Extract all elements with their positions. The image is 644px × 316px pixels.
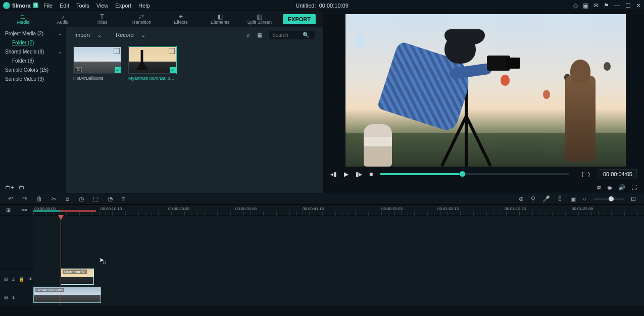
- preview-viewport[interactable]: [345, 14, 626, 167]
- close-icon[interactable]: ✕: [636, 2, 641, 9]
- mic-icon[interactable]: 🎤: [542, 195, 550, 202]
- tab-transition[interactable]: ⇄Transition: [125, 14, 158, 25]
- playback-controls: ◂▮ ▶ ▮▸ ■ { } 00:00:04:05: [323, 167, 644, 182]
- stop-button[interactable]: ■: [369, 171, 373, 178]
- eye-icon[interactable]: 👁: [28, 277, 33, 282]
- expand-icon[interactable]: ⊞: [6, 207, 11, 214]
- progress-handle[interactable]: [460, 171, 465, 177]
- render-icon[interactable]: ⊕: [519, 195, 524, 202]
- ruler-tick: 00:01:23:09: [572, 206, 593, 211]
- folder-icon: 🗀: [20, 14, 26, 20]
- tree-sample-video[interactable]: Sample Video (9): [0, 75, 66, 84]
- search-icon[interactable]: 🔍: [303, 32, 310, 38]
- tab-elements[interactable]: ◧Elements: [204, 14, 236, 25]
- volume-icon[interactable]: 🔊: [618, 184, 625, 191]
- tree-sample-colors[interactable]: Sample Colors (15): [0, 66, 66, 75]
- zoom-slider[interactable]: [593, 198, 624, 200]
- filter-icon[interactable]: ⌕: [246, 32, 250, 38]
- category-tabs: 🗀Media ♪Audio TTitles ⇄Transition ✦Effec…: [0, 11, 323, 27]
- document-title: Untitled: 00:00:10:09: [295, 3, 349, 9]
- new-folder-icon[interactable]: 🗀+: [5, 184, 14, 190]
- box-icon[interactable]: ▣: [570, 195, 576, 202]
- timeline-canvas[interactable]: 00:00:00:00 00:00:10:10 00:00:20:20 00:0…: [33, 205, 644, 306]
- menu-file[interactable]: File: [43, 3, 53, 9]
- main-menu: File Edit Tools View Export Help: [43, 3, 150, 9]
- tab-effects[interactable]: ✦Effects: [165, 14, 197, 25]
- mixer-icon[interactable]: 🎚: [557, 195, 563, 202]
- logo-icon: [3, 2, 10, 9]
- clock-icon[interactable]: ◔: [108, 195, 113, 202]
- version-badge: 9: [33, 3, 39, 8]
- cut-icon[interactable]: ✂: [52, 195, 57, 202]
- playhead[interactable]: [61, 216, 61, 306]
- track-header-1[interactable]: ⊞ 1: [0, 288, 33, 306]
- doc-timecode: 00:00:10:09: [319, 3, 349, 9]
- menu-help[interactable]: Help: [138, 3, 150, 9]
- menu-view[interactable]: View: [96, 3, 109, 9]
- zoom-fit-icon[interactable]: ⊡: [631, 195, 636, 202]
- user-icon[interactable]: ◇: [573, 2, 578, 9]
- track-area[interactable]: MyanmarHo HotAirBalloons ➤: [33, 216, 644, 306]
- marker-label: { }: [581, 171, 591, 177]
- color-icon[interactable]: ⬚: [93, 195, 98, 202]
- snapshot-icon[interactable]: ⧉: [597, 184, 601, 191]
- link-icon[interactable]: ⚯: [22, 207, 27, 214]
- tab-titles[interactable]: TTitles: [86, 14, 118, 25]
- thumbnail-image[interactable]: ⊡✓: [73, 46, 121, 74]
- ruler-tick: 00:01:02:13: [437, 206, 459, 211]
- grid-view-icon[interactable]: ▦: [257, 32, 262, 38]
- open-folder-icon[interactable]: 🗀: [19, 184, 24, 190]
- menu-export[interactable]: Export: [115, 3, 131, 9]
- circle-icon[interactable]: ○: [583, 195, 586, 202]
- import-dropdown[interactable]: Import⌄: [74, 32, 102, 38]
- minimize-icon[interactable]: —: [614, 2, 620, 9]
- ruler-tick: 00:00:52:03: [381, 206, 403, 211]
- menu-edit[interactable]: Edit: [60, 3, 69, 9]
- preview-range-b: [61, 210, 96, 212]
- time-ruler[interactable]: 00:00:00:00 00:00:10:10 00:00:20:20 00:0…: [33, 205, 644, 216]
- tree-project-media[interactable]: Project Media (2)⌄: [0, 29, 66, 38]
- undo-icon[interactable]: ↶: [8, 195, 13, 202]
- play-button[interactable]: ▶: [344, 171, 349, 178]
- tab-media[interactable]: 🗀Media: [7, 14, 39, 25]
- marker-icon[interactable]: ⚲: [531, 195, 535, 202]
- zoom-handle[interactable]: [609, 196, 614, 201]
- timeline-clip[interactable]: HotAirBalloons: [33, 287, 101, 303]
- maximize-icon[interactable]: ☐: [625, 2, 631, 9]
- preview-sub-controls: ⧉ ◉ 🔊 ⛶: [323, 182, 644, 193]
- progress-bar[interactable]: [380, 173, 569, 175]
- camera-icon[interactable]: ◉: [607, 184, 612, 191]
- tree-folder-selected[interactable]: Folder (2): [0, 38, 66, 47]
- media-item[interactable]: ✓ MyanmarHotAirBalloons5: [128, 46, 176, 81]
- flag-icon[interactable]: ⚑: [604, 2, 609, 9]
- speed-icon[interactable]: ◷: [79, 195, 84, 202]
- tree-shared-folder[interactable]: Folder (8): [0, 57, 66, 66]
- lock-icon[interactable]: 🔒: [19, 277, 24, 282]
- media-item[interactable]: ⊡✓ HotAirBalloons: [73, 46, 121, 81]
- redo-icon[interactable]: ↷: [22, 195, 27, 202]
- next-frame-button[interactable]: ▮▸: [356, 171, 362, 178]
- tree-shared-media[interactable]: Shared Media (8)⌄: [0, 47, 66, 57]
- audio-icon: ♪: [61, 14, 64, 20]
- list-icon[interactable]: ≡: [122, 195, 125, 202]
- timeline-clip[interactable]: MyanmarHo: [61, 269, 94, 285]
- layout-icon[interactable]: ▣: [583, 2, 588, 9]
- mail-icon[interactable]: ✉: [593, 2, 599, 9]
- track-header-2[interactable]: ⊞ 2 🔒 👁: [0, 270, 33, 288]
- chevron-down-icon[interactable]: ⌄: [58, 48, 62, 56]
- tab-splitscreen[interactable]: ▥Split Screen: [243, 14, 276, 25]
- tab-audio[interactable]: ♪Audio: [46, 14, 79, 25]
- search-input[interactable]: 🔍: [269, 31, 315, 39]
- record-dropdown[interactable]: Record⌄: [116, 32, 145, 38]
- track-header-tools: ⊞ ⚯: [0, 205, 33, 216]
- chevron-down-icon[interactable]: ⌄: [58, 30, 62, 37]
- thumbnail-image[interactable]: ✓: [128, 46, 176, 74]
- crop-icon[interactable]: ⧈: [66, 195, 70, 202]
- fullscreen-icon[interactable]: ⛶: [631, 184, 637, 190]
- prev-frame-button[interactable]: ◂▮: [330, 171, 337, 178]
- export-button[interactable]: EXPORT: [283, 14, 316, 24]
- search-field[interactable]: [272, 32, 303, 38]
- elements-icon: ◧: [217, 14, 223, 20]
- menu-tools[interactable]: Tools: [76, 3, 89, 9]
- delete-icon[interactable]: 🗑: [36, 195, 42, 202]
